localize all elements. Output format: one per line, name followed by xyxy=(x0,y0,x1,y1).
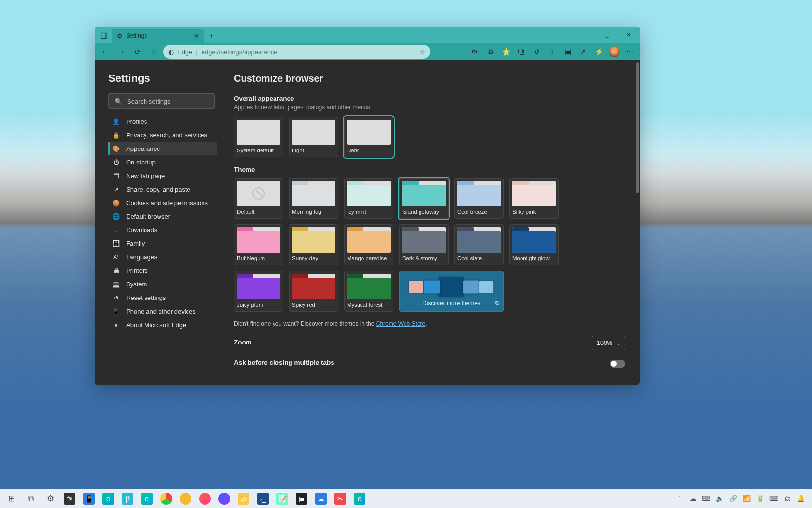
theme-option-stormy[interactable]: Dark & stormy xyxy=(399,224,449,265)
sidebar-item-default-browser[interactable]: 🌐Default browser xyxy=(108,209,218,223)
sidebar-item-family[interactable]: 👪Family xyxy=(108,237,218,250)
extensions-icon[interactable]: ⚙ xyxy=(483,45,498,59)
theme-option-morning[interactable]: Morning fog xyxy=(289,178,338,219)
appearance-option-system[interactable]: System default xyxy=(234,117,283,157)
sidebar-item-share-copy-and-paste[interactable]: ↗Share, copy, and paste xyxy=(108,182,218,196)
firefox-icon[interactable] xyxy=(195,489,215,508)
theme-option-label: Cool breeze xyxy=(457,209,501,216)
sidebar-item-reset-settings[interactable]: ↺Reset settings xyxy=(108,291,218,304)
chrome-web-store-link[interactable]: Chrome Web Store xyxy=(376,320,426,327)
theme-option-icy[interactable]: Icy mint xyxy=(344,178,393,219)
start-button[interactable]: ⊞ xyxy=(2,489,21,508)
tray-icon-2[interactable]: ⌨ xyxy=(700,489,712,508)
tab-close-button[interactable]: ✕ xyxy=(194,32,199,40)
home-button[interactable]: ⌂ xyxy=(147,45,161,59)
task-view-button[interactable]: ⧉ xyxy=(21,489,41,508)
sidebar-item-new-tab-page[interactable]: 🗔New tab page xyxy=(108,169,218,182)
settings-taskbar-icon[interactable]: ⚙ xyxy=(41,489,60,508)
theme-option-mango[interactable]: Mango paradise xyxy=(344,224,393,265)
minimize-button[interactable]: — xyxy=(573,27,595,43)
theme-option-spicy[interactable]: Spicy red xyxy=(289,271,338,312)
appearance-swatch xyxy=(347,120,391,145)
sidebar-item-system[interactable]: 💻System xyxy=(108,277,218,291)
theme-option-slate[interactable]: Cool slate xyxy=(454,224,504,265)
your-phone-icon[interactable]: 📱 xyxy=(79,489,99,508)
theme-option-sunny[interactable]: Sunny day xyxy=(289,224,338,265)
ask-close-toggle[interactable] xyxy=(610,360,625,368)
theme-option-forest[interactable]: Mystical forest xyxy=(344,271,393,312)
theme-option-silky[interactable]: Silky pink xyxy=(509,178,559,219)
theme-option-bubble[interactable]: Bubblegum xyxy=(234,224,283,265)
theme-option-label: Default xyxy=(237,209,280,216)
profile-avatar[interactable] xyxy=(607,45,622,59)
zoom-value: 100% xyxy=(597,340,612,346)
theme-option-label: Spicy red xyxy=(292,302,335,309)
address-bar[interactable]: ◐ Edge | edge://settings/appearance ☆ xyxy=(163,45,430,59)
forward-button[interactable]: → xyxy=(114,45,129,59)
tray-icon-8[interactable]: 🗂 xyxy=(781,489,794,508)
theme-option-default[interactable]: Default xyxy=(234,178,283,219)
chrome-canary-icon[interactable] xyxy=(176,489,195,508)
appearance-option-light[interactable]: Light xyxy=(289,117,338,157)
sidebar-item-icon: 🖶 xyxy=(112,267,120,274)
notepad-icon[interactable]: 📝 xyxy=(273,489,292,508)
sidebar-item-profiles[interactable]: 👤Profiles xyxy=(108,115,218,128)
edge-taskbar-icon[interactable]: e xyxy=(99,489,118,508)
favorite-star-icon[interactable]: ☆ xyxy=(420,48,425,56)
vertical-tabs-button[interactable]: ▥ xyxy=(95,27,112,43)
history-icon[interactable]: ↺ xyxy=(530,45,544,59)
app-menu-button[interactable]: ⋯ xyxy=(623,45,637,59)
sidebar-item-cookies-and-site-permissions[interactable]: 🍪Cookies and site permissions xyxy=(108,196,218,209)
search-settings-input[interactable]: 🔍 Search settings xyxy=(108,93,215,109)
snip-icon[interactable]: ✂ xyxy=(331,489,350,508)
favorites-icon[interactable]: ⭐ xyxy=(499,45,513,59)
tray-icon-5[interactable]: 📶 xyxy=(740,489,753,508)
file-explorer-icon[interactable]: 📁 xyxy=(234,489,253,508)
window-close-button[interactable]: ✕ xyxy=(618,27,640,43)
tray-icon-7[interactable]: ⌨ xyxy=(768,489,780,508)
chrome-icon[interactable] xyxy=(157,489,176,508)
browser-tab[interactable]: ⚙ Settings ✕ xyxy=(112,29,204,43)
powershell-icon[interactable]: ›_ xyxy=(253,489,273,508)
maximize-button[interactable]: ▢ xyxy=(595,27,618,43)
search-icon: 🔍 xyxy=(115,98,122,105)
collections-icon[interactable]: ⿻ xyxy=(514,45,529,59)
theme-option-island[interactable]: Island getaway xyxy=(399,178,449,219)
shopping-icon[interactable]: 🛍 xyxy=(468,45,482,59)
share-icon[interactable]: ↗ xyxy=(576,45,591,59)
discover-more-themes[interactable]: Discover more themes⧉ xyxy=(399,271,504,312)
tray-icon-1[interactable]: ☁ xyxy=(686,489,699,508)
edge-beta-icon[interactable]: β xyxy=(118,489,137,508)
new-tab-button[interactable]: ＋ xyxy=(204,29,218,43)
sidebar-item-about-microsoft-edge[interactable]: eAbout Microsoft Edge xyxy=(108,318,218,331)
tray-icon-9[interactable]: 🔔 xyxy=(795,489,807,508)
theme-option-cool[interactable]: Cool breeze xyxy=(454,178,504,219)
edge-canary-icon[interactable]: e xyxy=(137,489,157,508)
sidebar-item-appearance[interactable]: 🎨Appearance xyxy=(108,142,218,155)
refresh-button[interactable]: ⟳ xyxy=(130,45,145,59)
zoom-select[interactable]: 100% ⌄ xyxy=(592,336,625,350)
sidebar-item-printers[interactable]: 🖶Printers xyxy=(108,264,218,277)
firefox-dev-icon[interactable] xyxy=(215,489,234,508)
terminal-icon[interactable]: ▣ xyxy=(292,489,311,508)
scrollbar[interactable] xyxy=(636,62,639,193)
sidebar-item-languages[interactable]: AᵗLanguages xyxy=(108,250,218,264)
tray-icon-4[interactable]: 🔗 xyxy=(727,489,740,508)
downloads-icon[interactable]: ↓ xyxy=(545,45,560,59)
theme-option-moon[interactable]: Moonlight glow xyxy=(509,224,559,265)
appearance-option-dark[interactable]: Dark xyxy=(344,117,393,157)
tray-icon-3[interactable]: 🔈 xyxy=(713,489,726,508)
onedrive-icon[interactable]: ☁ xyxy=(311,489,331,508)
back-button[interactable]: ← xyxy=(98,45,112,59)
sidebar-item-on-startup[interactable]: ⏻On startup xyxy=(108,155,218,169)
tray-icon-6[interactable]: 🔋 xyxy=(754,489,767,508)
sidebar-item-downloads[interactable]: ↓Downloads xyxy=(108,223,218,237)
theme-option-plum[interactable]: Juicy plum xyxy=(234,271,283,312)
web-capture-icon[interactable]: ▣ xyxy=(561,45,575,59)
sidebar-item-privacy-search-and-services[interactable]: 🔒Privacy, search, and services xyxy=(108,128,218,142)
tray-icon-0[interactable]: ˄ xyxy=(673,489,685,508)
edge-dev-icon[interactable]: e xyxy=(350,489,369,508)
store-icon[interactable]: 🛍 xyxy=(60,489,79,508)
sidebar-item-phone-and-other-devices[interactable]: 📱Phone and other devices xyxy=(108,304,218,318)
performance-icon[interactable]: ⚡ xyxy=(592,45,606,59)
